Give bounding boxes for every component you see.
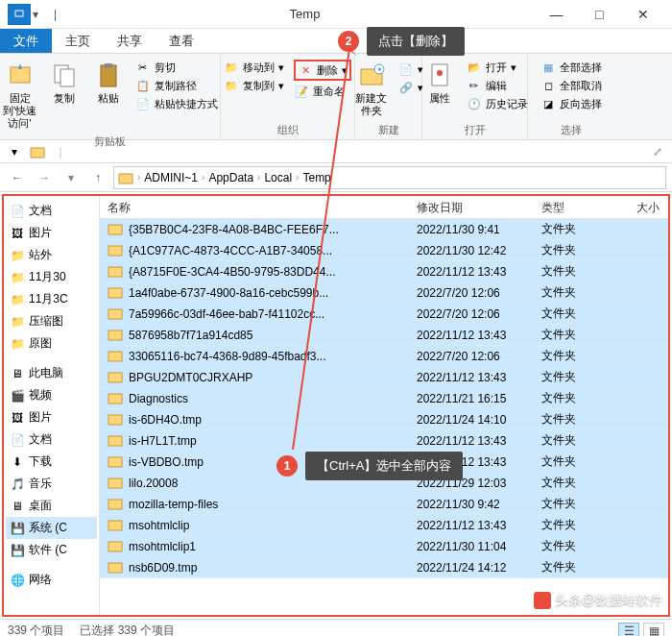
close-button[interactable]: ✕ (621, 1, 664, 28)
column-type[interactable]: 类型 (534, 196, 611, 218)
crumb-1[interactable]: AppData (208, 171, 253, 184)
column-date[interactable]: 修改日期 (409, 196, 534, 218)
thumbnails-view-button[interactable]: ▦ (643, 623, 664, 637)
sidebar-item[interactable]: 💾软件 (C (6, 539, 97, 561)
file-row[interactable]: 5876958b7f71a914cd85 2022/11/12 13:43 文件… (100, 325, 668, 346)
copypath-button[interactable]: 📋复制路径 (135, 78, 218, 93)
download-icon: ⬇ (10, 454, 25, 470)
sidebar-item[interactable]: 📁原图 (6, 332, 97, 355)
sidebar-item[interactable]: 🖥此电脑 (6, 362, 97, 384)
details-view-button[interactable]: ☰ (618, 623, 639, 637)
crumb-3[interactable]: Temp (302, 171, 330, 184)
forward-button[interactable]: → (33, 166, 56, 189)
file-name: 5876958b7f71a914cd85 (129, 329, 252, 342)
pasteshortcut-button[interactable]: 📄粘贴快捷方式 (135, 96, 218, 111)
back-button[interactable]: ← (6, 166, 29, 189)
svg-point-10 (437, 70, 443, 76)
expand-icon[interactable]: ⤢ (649, 143, 666, 160)
sidebar-item[interactable]: 💾系统 (C (6, 517, 97, 539)
up-button[interactable]: ↑ (86, 166, 109, 189)
crumb-2[interactable]: Local (264, 171, 292, 184)
navigation-pane[interactable]: 📄文档🖼图片📁站外📁11月30📁11月3C📁压缩图📁原图🖥此电脑🎬视频🖼图片📄文… (4, 196, 100, 615)
tab-file[interactable]: 文件 (0, 29, 52, 53)
properties-button[interactable]: 属性 (419, 58, 461, 107)
address-bar[interactable]: ›ADMINI~1 ›AppData ›Local ›Temp (113, 166, 666, 189)
file-type: 文件夹 (534, 348, 611, 364)
sidebar-item[interactable]: 📁站外 (6, 244, 97, 266)
open-button[interactable]: 📂打开▾ (467, 60, 528, 75)
sidebar-item[interactable]: 🖼图片 (6, 222, 97, 244)
selectnone-button[interactable]: ◻全部取消 (540, 78, 602, 93)
sidebar-item[interactable]: 🎵音乐 (6, 473, 97, 495)
tab-share[interactable]: 共享 (104, 29, 156, 53)
minimize-button[interactable]: — (535, 1, 578, 28)
moveto-button[interactable]: 📁移动到▾ (224, 60, 284, 75)
file-row[interactable]: mozilla-temp-files 2022/11/30 9:42 文件夹 (100, 494, 668, 515)
folder-icon (108, 243, 123, 258)
tab-view[interactable]: 查看 (156, 29, 207, 53)
edit-button[interactable]: ✏编辑 (467, 78, 528, 93)
pin-quickaccess-button[interactable]: 固定到'快速访问' (0, 58, 41, 133)
tab-home[interactable]: 主页 (52, 29, 104, 53)
sidebar-item[interactable]: 📁11月30 (6, 266, 97, 288)
maximize-button[interactable]: □ (578, 1, 621, 28)
newfolder-button[interactable]: ✦ 新建文件夹 (350, 58, 393, 119)
file-row[interactable]: is-H7L1T.tmp 2022/11/12 13:43 文件夹 (100, 430, 668, 452)
invertselection-button[interactable]: ◪反向选择 (540, 96, 602, 111)
sidebar-item[interactable]: 🎬视频 (6, 384, 97, 406)
sidebar-item-label: 下载 (29, 453, 52, 470)
file-row[interactable]: {35B7B0C4-23F8-4A08-B4BC-FEE6F7... 2022/… (100, 219, 668, 240)
file-row[interactable]: BPGU2DMT0CJRXAHP 2022/11/12 13:43 文件夹 (100, 367, 668, 388)
folder-icon (118, 171, 133, 184)
expand-ribbon-icon[interactable]: ▾ (6, 143, 23, 160)
sidebar-item[interactable]: 📁11月3C (6, 288, 97, 310)
file-date: 2022/11/30 11:04 (409, 540, 534, 553)
file-row[interactable]: msohtmlclip 2022/11/12 13:43 文件夹 (100, 515, 668, 536)
svg-rect-1 (11, 67, 30, 83)
delete-button[interactable]: ✕删除▾ (294, 60, 351, 81)
svg-rect-19 (108, 352, 122, 361)
file-row[interactable]: msohtmlclip1 2022/11/30 11:04 文件夹 (100, 536, 668, 557)
history-button[interactable]: 🕐历史记录 (467, 96, 528, 111)
file-row[interactable]: Diagnostics 2022/11/21 16:15 文件夹 (100, 388, 668, 409)
qat-dropdown-icon[interactable]: ▾ (33, 8, 48, 21)
sidebar-item[interactable]: ⬇下载 (6, 451, 97, 473)
file-row[interactable]: 33065116-bc74-4368-9d89-45fbadf3... 2022… (100, 346, 668, 367)
file-row[interactable]: 7a59966c-03df-46ee-bab7-f41102cc... 2022… (100, 304, 668, 325)
file-row[interactable]: nsb6D09.tmp 2022/11/24 14:12 文件夹 (100, 557, 668, 578)
copy-button[interactable]: 复制 (43, 58, 85, 107)
file-dropdown-icon[interactable] (8, 4, 31, 25)
paste-button[interactable]: 粘贴 (87, 58, 130, 107)
sidebar-item[interactable]: 📄文档 (6, 200, 97, 222)
file-name: BPGU2DMT0CJRXAHP (129, 371, 252, 384)
sidebar-item-label: 文档 (29, 203, 52, 219)
crumb-0[interactable]: ADMINI~1 (144, 171, 198, 184)
ribbon-group-clipboard: 剪贴板 (94, 135, 126, 149)
file-list[interactable]: {35B7B0C4-23F8-4A08-B4BC-FEE6F7... 2022/… (100, 219, 668, 615)
svg-rect-15 (108, 267, 122, 277)
sidebar-item[interactable]: 🖼图片 (6, 406, 97, 428)
file-row[interactable]: {A8715F0E-3CA4-4B50-9795-83DD44... 2022/… (100, 261, 668, 282)
file-name: is-VBDBO.tmp (129, 455, 204, 469)
file-row[interactable]: is-6DH4O.tmp 2022/11/24 14:10 文件夹 (100, 409, 668, 430)
folder-icon: 📁 (10, 314, 25, 330)
file-date: 2022/11/24 14:10 (409, 413, 534, 427)
music-icon: 🎵 (10, 477, 25, 492)
recent-dropdown[interactable]: ▾ (60, 166, 83, 189)
callout-number-1: 1 (276, 455, 298, 477)
cut-button[interactable]: ✂剪切 (135, 60, 218, 75)
selectall-button[interactable]: ▦全部选择 (540, 60, 602, 75)
file-row[interactable]: 1a4f0abe-6737-4900-8a16-cebc599b... 2022… (100, 282, 668, 304)
sidebar-item[interactable]: 🖥桌面 (6, 495, 97, 517)
file-date: 2022/11/30 12:42 (409, 244, 534, 257)
qat-separator: | (52, 143, 69, 160)
column-size[interactable]: 大小 (611, 196, 668, 218)
column-name[interactable]: 名称 (100, 196, 409, 218)
sidebar-item[interactable]: 🌐网络 (6, 569, 97, 591)
sidebar-item[interactable]: 📁压缩图 (6, 310, 97, 332)
sidebar-item[interactable]: 📄文档 (6, 428, 97, 451)
rename-button[interactable]: 📝重命名 (294, 84, 351, 99)
folder-icon (108, 518, 123, 533)
file-row[interactable]: {A1C977AC-4873-4CCC-A1B7-34058... 2022/1… (100, 240, 668, 261)
copyto-button[interactable]: 📁复制到▾ (224, 78, 284, 93)
